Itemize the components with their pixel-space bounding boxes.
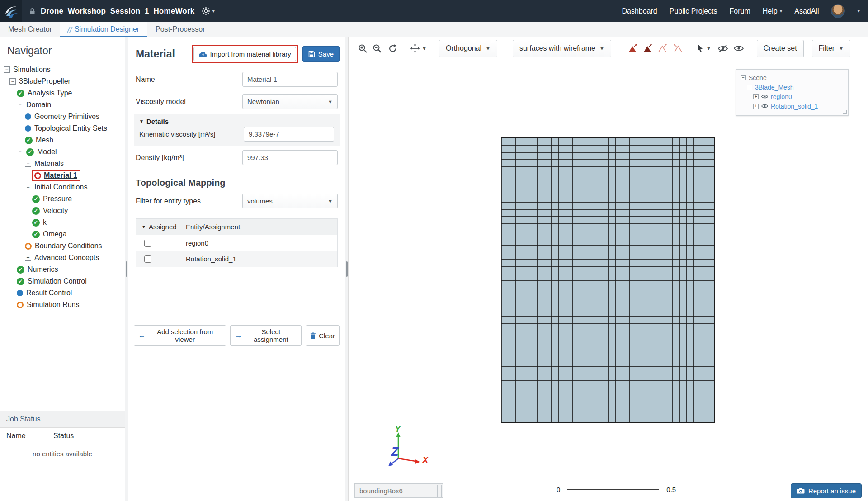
tree-item-omega[interactable]: ✓Omega <box>0 228 125 240</box>
table-row[interactable]: Rotation_solid_1 <box>136 251 337 267</box>
table-row[interactable]: region0 <box>136 235 337 251</box>
expand-icon[interactable]: + <box>753 104 759 109</box>
tab-post-processor[interactable]: Post-Processor <box>147 22 213 37</box>
chevron-down-icon[interactable]: ▾ <box>857 9 860 14</box>
create-set-button[interactable]: Create set <box>757 40 804 57</box>
pan-tool-button[interactable]: ▼ <box>409 42 428 55</box>
collapse-icon[interactable]: − <box>747 85 752 90</box>
kinematic-viscosity-input[interactable] <box>244 127 334 142</box>
visibility-eye-icon[interactable] <box>761 94 768 99</box>
assigned-checkbox[interactable] <box>144 255 151 263</box>
tree-item-advanced-concepts[interactable]: +Advanced Concepts <box>0 252 125 264</box>
assigned-column-header[interactable]: ▼ Assigned <box>136 223 186 231</box>
scene-tree-rotation-solid-1[interactable]: + Rotation_solid_1 <box>753 101 844 111</box>
tree-item-material-1[interactable]: Material 1 <box>0 170 125 181</box>
job-status-empty-message: no entities available <box>0 444 125 501</box>
project-settings-button[interactable]: ▾ <box>202 7 215 15</box>
collapse-icon[interactable]: − <box>17 149 23 155</box>
collapse-icon[interactable]: − <box>9 78 16 85</box>
expand-icon[interactable]: + <box>753 94 759 99</box>
tab-simulation-designer[interactable]: Simulation Designer <box>60 22 147 37</box>
clear-button[interactable]: Clear <box>306 325 340 346</box>
panel-resize-handle[interactable] <box>345 37 349 501</box>
tree-item-result-control[interactable]: Result Control <box>0 287 125 299</box>
projection-mode-dropdown[interactable]: Orthogonal ▼ <box>439 40 497 57</box>
select-assignment-button[interactable]: → Select assignment <box>230 325 302 346</box>
overlay-resize-grip[interactable] <box>843 110 847 114</box>
tree-item-numerics[interactable]: ✓Numerics <box>0 264 125 275</box>
nav-public-projects[interactable]: Public Projects <box>670 7 717 15</box>
tree-item-simulation-control[interactable]: ✓Simulation Control <box>0 275 125 287</box>
collapse-icon[interactable]: − <box>4 66 10 73</box>
select-tool-button[interactable]: ▼ <box>695 43 712 54</box>
align-reverse-y-button[interactable] <box>671 43 684 54</box>
tree-item-3bladepropeller[interactable]: −3BladePropeller <box>0 76 125 87</box>
nav-forum[interactable]: Forum <box>730 7 750 15</box>
tree-item-simulations[interactable]: −Simulations <box>0 64 125 76</box>
tab-mesh-creator[interactable]: Mesh Creator <box>0 22 60 37</box>
reset-view-button[interactable] <box>387 43 399 55</box>
scene-tree-region0[interactable]: + region0 <box>753 92 844 101</box>
nav-help[interactable]: Help▾ <box>763 7 782 15</box>
visibility-eye-icon[interactable] <box>761 104 768 109</box>
density-input[interactable] <box>242 150 338 165</box>
tree-item-simulation-runs[interactable]: Simulation Runs <box>0 299 125 311</box>
viscosity-model-label: Viscosity model <box>136 98 242 106</box>
tree-item-initial-conditions[interactable]: −Initial Conditions <box>0 181 125 193</box>
details-collapse-header[interactable]: ▼ Details <box>139 118 334 125</box>
assigned-checkbox[interactable] <box>144 240 151 247</box>
entity-type-select[interactable]: volumes ▼ <box>242 194 338 208</box>
add-selection-from-viewer-button[interactable]: ← Add selection from viewer <box>134 325 226 346</box>
tree-item-geometry-primitives[interactable]: Geometry Primitives <box>0 111 125 123</box>
tree-item-pressure[interactable]: ✓Pressure <box>0 193 125 205</box>
import-material-library-button[interactable]: Import from material library <box>193 47 296 61</box>
bounding-box-name-input[interactable] <box>354 483 443 498</box>
tree-item-label: Omega <box>43 230 66 238</box>
tree-item-mesh[interactable]: ✓Mesh <box>0 134 125 146</box>
tree-item-k[interactable]: ✓k <box>0 217 125 228</box>
viscosity-model-select[interactable]: Newtonian ▼ <box>242 94 338 109</box>
render-mode-dropdown[interactable]: surfaces with wireframe ▼ <box>513 40 611 57</box>
scene-tree-mesh[interactable]: − 3Blade_Mesh <box>747 82 844 92</box>
add-selection-label: Add selection from viewer <box>148 328 222 343</box>
user-avatar[interactable] <box>831 4 845 18</box>
render-mode-value: surfaces with wireframe <box>519 44 595 52</box>
material-name-input[interactable] <box>242 72 338 87</box>
entity-filter-row: Filter for entity types volumes ▼ <box>128 190 345 212</box>
scene-tree-root[interactable]: − Scene <box>741 73 844 82</box>
align-reverse-x-button[interactable] <box>656 43 669 54</box>
zoom-out-button[interactable] <box>371 43 383 55</box>
align-normal-y-button[interactable] <box>642 43 654 54</box>
tree-item-analysis-type[interactable]: ✓Analysis Type <box>0 87 125 99</box>
tree-item-materials[interactable]: −Materials <box>0 158 125 170</box>
tree-item-boundary-conditions[interactable]: Boundary Conditions <box>0 240 125 252</box>
nav-username[interactable]: AsadAli <box>794 7 819 15</box>
mesh-viewport-object[interactable] <box>501 137 715 423</box>
tree-item-topological-entity-sets[interactable]: Topological Entity Sets <box>0 123 125 134</box>
app-logo[interactable] <box>0 0 22 22</box>
hide-selection-button[interactable] <box>717 43 729 54</box>
entity-column-header[interactable]: Entity/Assignment <box>186 223 337 231</box>
collapse-icon[interactable]: − <box>25 184 31 190</box>
tree-item-domain[interactable]: −Domain <box>0 99 125 111</box>
tree-item-velocity[interactable]: ✓Velocity <box>0 205 125 217</box>
viewer-3d[interactable]: ▼ Orthogonal ▼ surfaces with wireframe ▼ <box>349 37 868 501</box>
tree-item-model[interactable]: −✓Model <box>0 146 125 158</box>
status-complete-icon: ✓ <box>32 219 40 227</box>
collapse-icon[interactable]: − <box>741 75 746 80</box>
scene-tree-overlay: − Scene − 3Blade_Mesh + region0 + Rotati… <box>736 69 849 116</box>
expand-icon[interactable]: + <box>25 255 31 261</box>
align-normal-x-button[interactable] <box>627 43 639 54</box>
save-button[interactable]: Save <box>302 46 340 62</box>
nav-dashboard[interactable]: Dashboard <box>622 7 657 15</box>
collapse-icon[interactable]: − <box>25 161 31 167</box>
lock-icon <box>29 8 36 15</box>
zoom-in-button[interactable] <box>357 43 369 55</box>
kinematic-viscosity-label: Kinematic viscosity [m²/s] <box>139 130 244 138</box>
filter-dropdown[interactable]: Filter ▼ <box>812 40 850 57</box>
input-resize-grip[interactable] <box>437 485 442 497</box>
report-issue-button[interactable]: Report an issue <box>791 483 862 498</box>
navigator-resize-handle[interactable] <box>125 37 128 501</box>
collapse-icon[interactable]: − <box>17 102 23 108</box>
show-all-button[interactable] <box>732 43 745 53</box>
